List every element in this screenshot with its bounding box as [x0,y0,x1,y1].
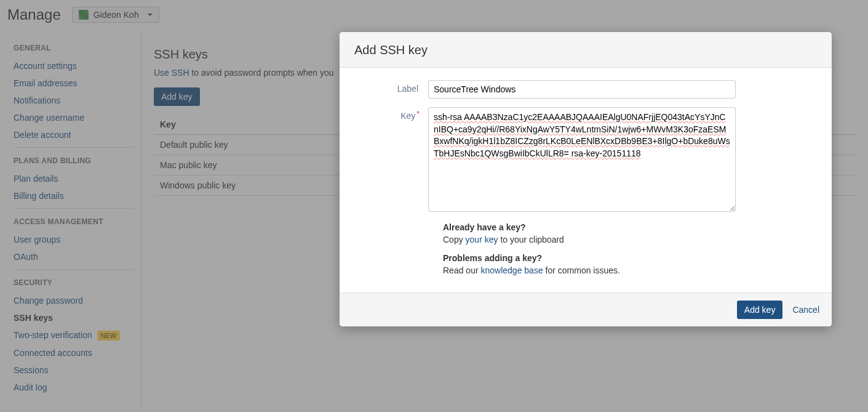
help-text: Read our [443,265,480,275]
modal-title: Add SSH key [354,43,817,57]
add-ssh-key-modal: Add SSH key Label Key Already have a key… [340,32,832,326]
key-field-label: Key [354,107,428,214]
label-field-label: Label [354,80,428,99]
help-problems-line: Read our knowledge base for common issue… [443,265,817,275]
modal-header: Add SSH key [340,32,832,68]
help-text: for common issues. [543,265,620,275]
modal-add-key-button[interactable]: Add key [737,301,783,319]
help-problems-q: Problems adding a key? [443,253,817,263]
help-have-key-line: Copy your key to your clipboard [443,235,817,244]
help-text: to your clipboard [498,235,564,244]
modal-cancel-link[interactable]: Cancel [792,305,819,315]
help-have-key-q: Already have a key? [443,222,817,232]
key-textarea[interactable] [428,107,736,212]
knowledge-base-link[interactable]: knowledge base [480,265,543,275]
your-key-link[interactable]: your key [466,235,498,244]
help-text: Copy [443,235,466,244]
label-input[interactable] [428,80,736,99]
